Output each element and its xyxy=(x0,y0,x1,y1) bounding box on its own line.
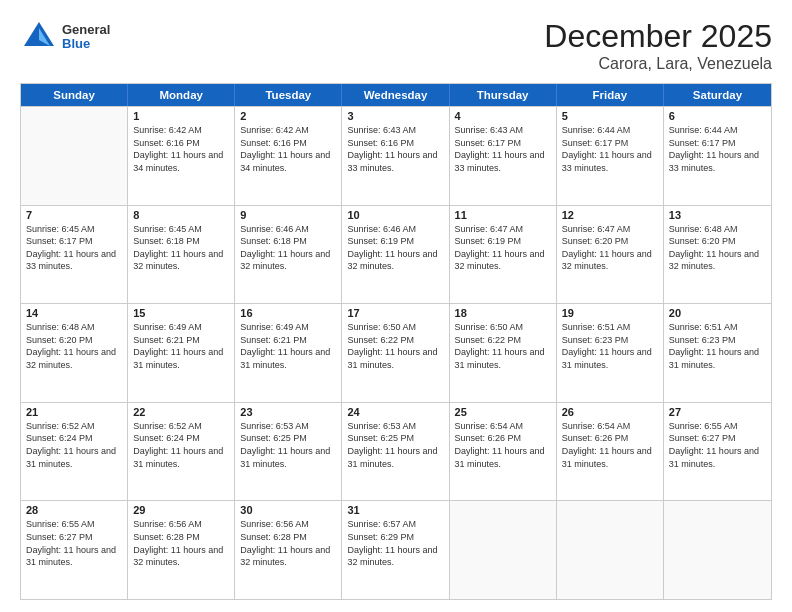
title-block: December 2025 Carora, Lara, Venezuela xyxy=(544,18,772,73)
calendar-cell: 20Sunrise: 6:51 AMSunset: 6:23 PMDayligh… xyxy=(664,304,771,402)
calendar-cell: 21Sunrise: 6:52 AMSunset: 6:24 PMDayligh… xyxy=(21,403,128,501)
cell-info: Sunrise: 6:48 AMSunset: 6:20 PMDaylight:… xyxy=(669,223,766,273)
calendar-cell: 30Sunrise: 6:56 AMSunset: 6:28 PMDayligh… xyxy=(235,501,342,599)
cell-info: Sunrise: 6:47 AMSunset: 6:19 PMDaylight:… xyxy=(455,223,551,273)
calendar-cell: 15Sunrise: 6:49 AMSunset: 6:21 PMDayligh… xyxy=(128,304,235,402)
cell-day-number: 27 xyxy=(669,406,766,418)
cell-day-number: 4 xyxy=(455,110,551,122)
cell-info: Sunrise: 6:56 AMSunset: 6:28 PMDaylight:… xyxy=(133,518,229,568)
cell-day-number: 17 xyxy=(347,307,443,319)
calendar-cell: 28Sunrise: 6:55 AMSunset: 6:27 PMDayligh… xyxy=(21,501,128,599)
cell-day-number: 22 xyxy=(133,406,229,418)
logo-blue: Blue xyxy=(62,37,110,51)
calendar-cell: 6Sunrise: 6:44 AMSunset: 6:17 PMDaylight… xyxy=(664,107,771,205)
cell-day-number: 20 xyxy=(669,307,766,319)
cell-info: Sunrise: 6:50 AMSunset: 6:22 PMDaylight:… xyxy=(455,321,551,371)
calendar-cell: 12Sunrise: 6:47 AMSunset: 6:20 PMDayligh… xyxy=(557,206,664,304)
cell-day-number: 24 xyxy=(347,406,443,418)
cell-info: Sunrise: 6:49 AMSunset: 6:21 PMDaylight:… xyxy=(133,321,229,371)
cell-day-number: 12 xyxy=(562,209,658,221)
logo-general: General xyxy=(62,23,110,37)
calendar-week-1: 1Sunrise: 6:42 AMSunset: 6:16 PMDaylight… xyxy=(21,106,771,205)
calendar-cell: 16Sunrise: 6:49 AMSunset: 6:21 PMDayligh… xyxy=(235,304,342,402)
calendar-cell: 19Sunrise: 6:51 AMSunset: 6:23 PMDayligh… xyxy=(557,304,664,402)
cell-info: Sunrise: 6:43 AMSunset: 6:16 PMDaylight:… xyxy=(347,124,443,174)
cell-day-number: 19 xyxy=(562,307,658,319)
cell-day-number: 7 xyxy=(26,209,122,221)
calendar-cell xyxy=(21,107,128,205)
calendar-header-friday: Friday xyxy=(557,84,664,106)
calendar-header-row: SundayMondayTuesdayWednesdayThursdayFrid… xyxy=(21,84,771,106)
cell-info: Sunrise: 6:42 AMSunset: 6:16 PMDaylight:… xyxy=(133,124,229,174)
calendar-subtitle: Carora, Lara, Venezuela xyxy=(544,55,772,73)
cell-info: Sunrise: 6:50 AMSunset: 6:22 PMDaylight:… xyxy=(347,321,443,371)
cell-day-number: 29 xyxy=(133,504,229,516)
cell-day-number: 30 xyxy=(240,504,336,516)
cell-day-number: 18 xyxy=(455,307,551,319)
calendar-cell: 17Sunrise: 6:50 AMSunset: 6:22 PMDayligh… xyxy=(342,304,449,402)
calendar-header-tuesday: Tuesday xyxy=(235,84,342,106)
cell-info: Sunrise: 6:46 AMSunset: 6:18 PMDaylight:… xyxy=(240,223,336,273)
calendar-cell: 2Sunrise: 6:42 AMSunset: 6:16 PMDaylight… xyxy=(235,107,342,205)
calendar-cell: 10Sunrise: 6:46 AMSunset: 6:19 PMDayligh… xyxy=(342,206,449,304)
cell-info: Sunrise: 6:56 AMSunset: 6:28 PMDaylight:… xyxy=(240,518,336,568)
cell-day-number: 1 xyxy=(133,110,229,122)
calendar-cell xyxy=(664,501,771,599)
calendar-cell: 31Sunrise: 6:57 AMSunset: 6:29 PMDayligh… xyxy=(342,501,449,599)
cell-day-number: 5 xyxy=(562,110,658,122)
calendar-cell: 24Sunrise: 6:53 AMSunset: 6:25 PMDayligh… xyxy=(342,403,449,501)
cell-info: Sunrise: 6:49 AMSunset: 6:21 PMDaylight:… xyxy=(240,321,336,371)
calendar-week-5: 28Sunrise: 6:55 AMSunset: 6:27 PMDayligh… xyxy=(21,500,771,599)
cell-day-number: 15 xyxy=(133,307,229,319)
calendar-cell: 8Sunrise: 6:45 AMSunset: 6:18 PMDaylight… xyxy=(128,206,235,304)
calendar-week-3: 14Sunrise: 6:48 AMSunset: 6:20 PMDayligh… xyxy=(21,303,771,402)
cell-info: Sunrise: 6:52 AMSunset: 6:24 PMDaylight:… xyxy=(26,420,122,470)
calendar-cell: 9Sunrise: 6:46 AMSunset: 6:18 PMDaylight… xyxy=(235,206,342,304)
calendar-title: December 2025 xyxy=(544,18,772,55)
calendar-week-2: 7Sunrise: 6:45 AMSunset: 6:17 PMDaylight… xyxy=(21,205,771,304)
cell-day-number: 6 xyxy=(669,110,766,122)
header: General Blue December 2025 Carora, Lara,… xyxy=(20,18,772,73)
cell-day-number: 16 xyxy=(240,307,336,319)
calendar-cell xyxy=(450,501,557,599)
cell-day-number: 2 xyxy=(240,110,336,122)
calendar-header-sunday: Sunday xyxy=(21,84,128,106)
cell-info: Sunrise: 6:48 AMSunset: 6:20 PMDaylight:… xyxy=(26,321,122,371)
cell-day-number: 3 xyxy=(347,110,443,122)
calendar-cell: 7Sunrise: 6:45 AMSunset: 6:17 PMDaylight… xyxy=(21,206,128,304)
calendar-cell: 26Sunrise: 6:54 AMSunset: 6:26 PMDayligh… xyxy=(557,403,664,501)
cell-day-number: 13 xyxy=(669,209,766,221)
calendar-week-4: 21Sunrise: 6:52 AMSunset: 6:24 PMDayligh… xyxy=(21,402,771,501)
cell-info: Sunrise: 6:53 AMSunset: 6:25 PMDaylight:… xyxy=(347,420,443,470)
cell-info: Sunrise: 6:51 AMSunset: 6:23 PMDaylight:… xyxy=(562,321,658,371)
cell-info: Sunrise: 6:44 AMSunset: 6:17 PMDaylight:… xyxy=(562,124,658,174)
calendar-cell: 1Sunrise: 6:42 AMSunset: 6:16 PMDaylight… xyxy=(128,107,235,205)
calendar-header-wednesday: Wednesday xyxy=(342,84,449,106)
cell-day-number: 31 xyxy=(347,504,443,516)
cell-day-number: 21 xyxy=(26,406,122,418)
cell-day-number: 14 xyxy=(26,307,122,319)
calendar-cell: 14Sunrise: 6:48 AMSunset: 6:20 PMDayligh… xyxy=(21,304,128,402)
calendar-cell: 4Sunrise: 6:43 AMSunset: 6:17 PMDaylight… xyxy=(450,107,557,205)
logo: General Blue xyxy=(20,18,110,56)
calendar-cell: 27Sunrise: 6:55 AMSunset: 6:27 PMDayligh… xyxy=(664,403,771,501)
calendar-body: 1Sunrise: 6:42 AMSunset: 6:16 PMDaylight… xyxy=(21,106,771,599)
cell-day-number: 11 xyxy=(455,209,551,221)
cell-day-number: 10 xyxy=(347,209,443,221)
cell-info: Sunrise: 6:42 AMSunset: 6:16 PMDaylight:… xyxy=(240,124,336,174)
calendar-header-saturday: Saturday xyxy=(664,84,771,106)
cell-day-number: 8 xyxy=(133,209,229,221)
calendar-cell: 11Sunrise: 6:47 AMSunset: 6:19 PMDayligh… xyxy=(450,206,557,304)
cell-info: Sunrise: 6:47 AMSunset: 6:20 PMDaylight:… xyxy=(562,223,658,273)
cell-day-number: 25 xyxy=(455,406,551,418)
calendar-cell: 5Sunrise: 6:44 AMSunset: 6:17 PMDaylight… xyxy=(557,107,664,205)
calendar-header-monday: Monday xyxy=(128,84,235,106)
calendar-cell: 13Sunrise: 6:48 AMSunset: 6:20 PMDayligh… xyxy=(664,206,771,304)
calendar-cell: 25Sunrise: 6:54 AMSunset: 6:26 PMDayligh… xyxy=(450,403,557,501)
page: General Blue December 2025 Carora, Lara,… xyxy=(0,0,792,612)
cell-info: Sunrise: 6:46 AMSunset: 6:19 PMDaylight:… xyxy=(347,223,443,273)
cell-day-number: 28 xyxy=(26,504,122,516)
cell-info: Sunrise: 6:45 AMSunset: 6:18 PMDaylight:… xyxy=(133,223,229,273)
cell-day-number: 9 xyxy=(240,209,336,221)
logo-text: General Blue xyxy=(62,23,110,52)
